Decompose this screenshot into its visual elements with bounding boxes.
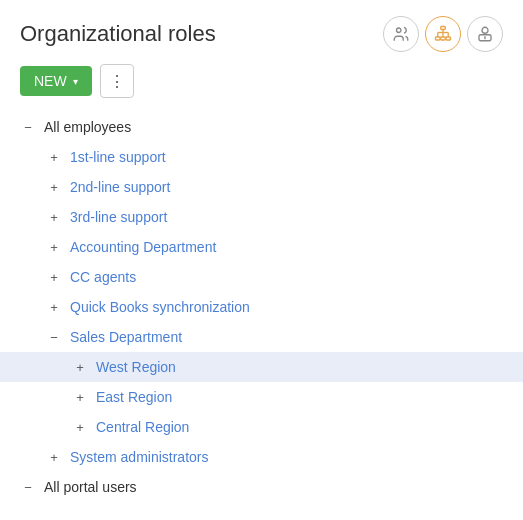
- toggle-icon-3rd-line-support: +: [46, 209, 62, 225]
- svg-rect-1: [441, 27, 446, 30]
- row-label-cc-agents: CC agents: [70, 269, 136, 285]
- tree-row-2nd-line-support[interactable]: +2nd-line support: [0, 172, 523, 202]
- tree-row-all-portal-users[interactable]: −All portal users: [0, 472, 523, 502]
- row-label-all-employees: All employees: [44, 119, 131, 135]
- row-label-east-region: East Region: [96, 389, 172, 405]
- svg-rect-2: [436, 37, 441, 40]
- users-view-button[interactable]: [383, 16, 419, 52]
- more-icon: ⋮: [109, 72, 125, 91]
- tree-row-quick-books[interactable]: +Quick Books synchronization: [0, 292, 523, 322]
- tree-row-3rd-line-support[interactable]: +3rd-line support: [0, 202, 523, 232]
- tree-row-sales-department[interactable]: −Sales Department: [0, 322, 523, 352]
- toggle-icon-1st-line-support: +: [46, 149, 62, 165]
- tree-container: −All employees+1st-line support+2nd-line…: [0, 112, 523, 502]
- svg-point-10: [482, 27, 488, 33]
- row-label-2nd-line-support: 2nd-line support: [70, 179, 170, 195]
- toggle-icon-cc-agents: +: [46, 269, 62, 285]
- row-label-1st-line-support: 1st-line support: [70, 149, 166, 165]
- tree-row-all-employees[interactable]: −All employees: [0, 112, 523, 142]
- view-icons: [383, 16, 503, 52]
- person-view-button[interactable]: [467, 16, 503, 52]
- tree-row-east-region[interactable]: +East Region: [0, 382, 523, 412]
- row-label-accounting-department: Accounting Department: [70, 239, 216, 255]
- toggle-icon-2nd-line-support: +: [46, 179, 62, 195]
- page-title: Organizational roles: [20, 21, 216, 47]
- row-label-west-region: West Region: [96, 359, 176, 375]
- toolbar: NEW ▾ ⋮: [0, 64, 523, 112]
- tree-row-accounting-department[interactable]: +Accounting Department: [0, 232, 523, 262]
- toggle-icon-all-portal-users: −: [20, 479, 36, 495]
- toggle-icon-east-region: +: [72, 389, 88, 405]
- svg-rect-3: [441, 37, 446, 40]
- tree-row-cc-agents[interactable]: +CC agents: [0, 262, 523, 292]
- tree-row-central-region[interactable]: +Central Region: [0, 412, 523, 442]
- org-chart-view-button[interactable]: [425, 16, 461, 52]
- tree-row-system-administrators[interactable]: +System administrators: [0, 442, 523, 472]
- row-label-quick-books: Quick Books synchronization: [70, 299, 250, 315]
- tree-row-1st-line-support[interactable]: +1st-line support: [0, 142, 523, 172]
- toggle-icon-west-region: +: [72, 359, 88, 375]
- toggle-icon-accounting-department: +: [46, 239, 62, 255]
- tree-row-west-region[interactable]: +West Region: [0, 352, 523, 382]
- toggle-icon-quick-books: +: [46, 299, 62, 315]
- row-label-all-portal-users: All portal users: [44, 479, 137, 495]
- row-label-central-region: Central Region: [96, 419, 189, 435]
- row-label-3rd-line-support: 3rd-line support: [70, 209, 167, 225]
- more-options-button[interactable]: ⋮: [100, 64, 134, 98]
- toggle-icon-central-region: +: [72, 419, 88, 435]
- new-button[interactable]: NEW ▾: [20, 66, 92, 96]
- toggle-icon-all-employees: −: [20, 119, 36, 135]
- row-label-system-administrators: System administrators: [70, 449, 208, 465]
- svg-point-0: [397, 28, 402, 33]
- dropdown-caret-icon: ▾: [73, 76, 78, 87]
- svg-rect-4: [446, 37, 451, 40]
- toggle-icon-sales-department: −: [46, 329, 62, 345]
- row-label-sales-department: Sales Department: [70, 329, 182, 345]
- toggle-icon-system-administrators: +: [46, 449, 62, 465]
- page-header: Organizational roles: [0, 0, 523, 64]
